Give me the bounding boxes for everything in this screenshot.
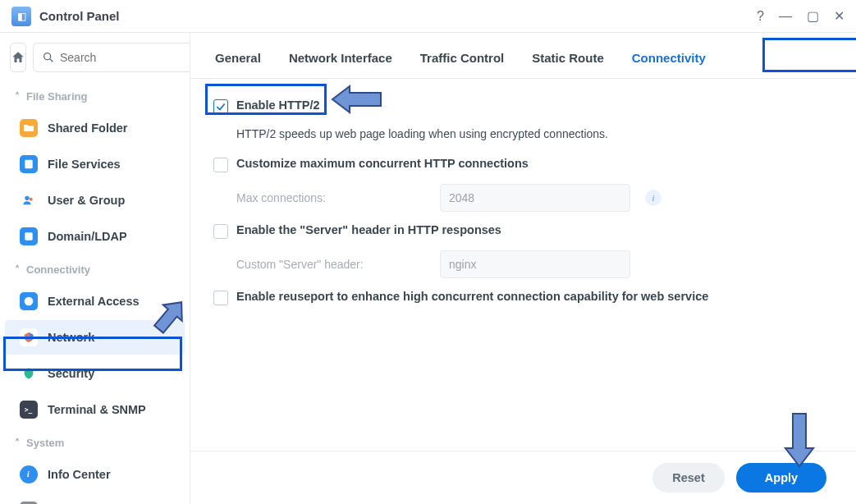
section-connectivity[interactable]: ˄ Connectivity [0, 255, 190, 282]
help-text-http2: HTTP/2 speeds up web page loading when u… [213, 119, 833, 152]
tabs: General Network Interface Traffic Contro… [190, 33, 856, 79]
svg-rect-5 [25, 232, 32, 240]
label-enable-http2: Enable HTTP/2 [236, 99, 320, 112]
sidebar-item-file-services[interactable]: File Services [5, 147, 185, 181]
chevron-up-icon: ˄ [15, 264, 20, 276]
sidebar-item-label: Info Center [48, 468, 111, 481]
sidebar-item-label: Terminal & SNMP [48, 403, 146, 416]
tab-general[interactable]: General [213, 49, 263, 66]
apply-button[interactable]: Apply [736, 463, 826, 493]
info-icon[interactable]: i [645, 190, 661, 206]
home-icon [11, 50, 25, 65]
close-icon[interactable]: ✕ [834, 8, 845, 24]
sidebar-item-label: External Access [48, 295, 140, 308]
checkbox-customize-connections[interactable] [213, 158, 228, 172]
sidebar-item-label: Shared Folder [48, 121, 128, 135]
sidebar-item-network[interactable]: Network [5, 320, 185, 355]
content-panel: General Network Interface Traffic Contro… [190, 33, 856, 504]
label-custom-server-header: Custom "Server" header: [236, 258, 425, 271]
window-title: Control Panel [39, 9, 757, 23]
svg-point-4 [30, 198, 33, 201]
help-icon[interactable]: ? [757, 9, 764, 24]
label-max-connections: Max connections: [236, 191, 425, 204]
home-button[interactable] [10, 43, 26, 72]
external-access-icon [20, 292, 38, 310]
minimize-icon[interactable]: — [779, 9, 792, 24]
info-icon: i [20, 465, 38, 483]
svg-point-0 [44, 53, 51, 60]
checkbox-enable-http2[interactable] [213, 99, 228, 114]
section-label: System [26, 437, 64, 449]
sidebar-item-user-group[interactable]: User & Group [5, 183, 185, 218]
sidebar-item-security[interactable]: Security [5, 356, 185, 391]
maximize-icon[interactable]: ▢ [807, 8, 819, 24]
sidebar: ˄ File Sharing Shared Folder File Servic… [0, 33, 190, 504]
section-label: File Sharing [26, 90, 87, 103]
search-input-wrapper[interactable] [33, 43, 190, 72]
sidebar-item-external-access[interactable]: External Access [5, 284, 185, 318]
checkbox-reuseport[interactable] [213, 291, 228, 305]
svg-text:>_: >_ [25, 406, 33, 414]
chevron-up-icon: ˄ [15, 91, 20, 103]
network-icon [20, 328, 38, 346]
svg-line-1 [50, 59, 53, 62]
svg-rect-2 [25, 160, 32, 169]
sidebar-item-domain-ldap[interactable]: Domain/LDAP [5, 219, 185, 254]
sidebar-item-terminal-snmp[interactable]: >_ Terminal & SNMP [5, 392, 185, 427]
chevron-up-icon: ˄ [15, 438, 20, 449]
svg-point-3 [25, 196, 29, 200]
security-icon [20, 364, 38, 383]
sidebar-item-label: File Services [48, 158, 121, 171]
input-custom-server-header [440, 250, 630, 278]
tab-network-interface[interactable]: Network Interface [287, 49, 394, 66]
sidebar-item-login-portal[interactable]: Login Portal [5, 493, 185, 504]
sidebar-item-label: Domain/LDAP [48, 230, 127, 243]
domain-ldap-icon [20, 227, 38, 245]
tab-static-route[interactable]: Static Route [530, 49, 606, 66]
app-icon: ◧ [11, 7, 31, 26]
sidebar-item-shared-folder[interactable]: Shared Folder [5, 111, 185, 145]
sidebar-item-info-center[interactable]: i Info Center [5, 457, 185, 492]
sidebar-item-label: User & Group [48, 194, 125, 207]
file-services-icon [20, 155, 38, 173]
checkbox-server-header[interactable] [213, 224, 228, 239]
search-icon [42, 51, 55, 64]
svg-point-6 [25, 297, 34, 306]
folder-icon [20, 119, 38, 137]
input-max-connections [440, 184, 630, 212]
user-group-icon [20, 191, 38, 209]
tab-traffic-control[interactable]: Traffic Control [419, 49, 506, 66]
sidebar-item-label: Security [48, 367, 94, 380]
svg-text:i: i [27, 470, 30, 479]
check-icon [215, 101, 227, 112]
terminal-icon: >_ [20, 401, 38, 419]
sidebar-item-label: Network [48, 331, 94, 344]
reset-button[interactable]: Reset [652, 463, 725, 493]
label-reuseport: Enable reuseport to enhance high concurr… [236, 290, 708, 303]
section-label: Connectivity [26, 263, 90, 276]
tab-connectivity[interactable]: Connectivity [630, 49, 707, 66]
search-input[interactable] [60, 51, 190, 64]
label-customize-connections: Customize maximum concurrent HTTP connec… [236, 157, 529, 170]
section-file-sharing[interactable]: ˄ File Sharing [0, 82, 190, 109]
section-system[interactable]: ˄ System [0, 428, 190, 456]
label-server-header: Enable the "Server" header in HTTP respo… [236, 223, 501, 236]
